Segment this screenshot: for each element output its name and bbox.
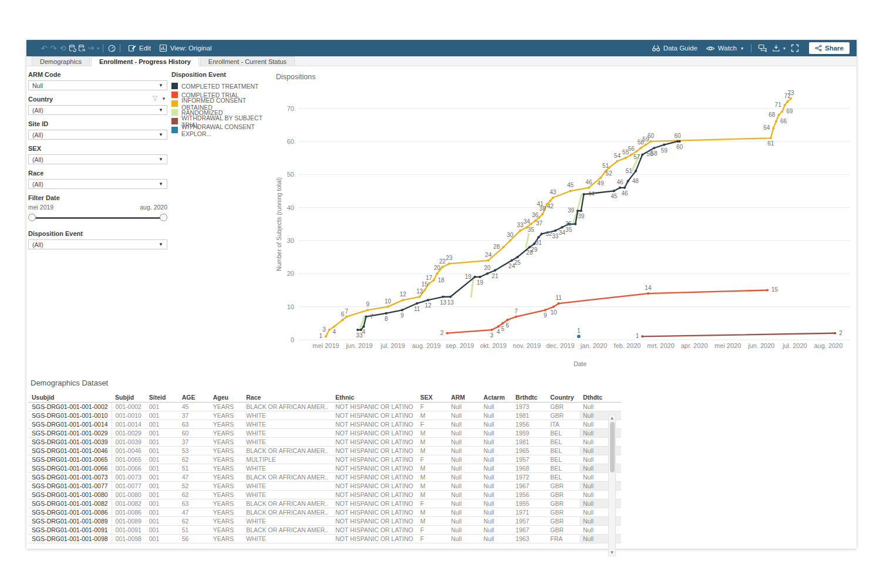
- data-point-mark[interactable]: [433, 279, 435, 281]
- tab-enrollment-current-status[interactable]: Enrollment - Current Status: [200, 56, 295, 66]
- tab-enrollment-progress-history[interactable]: Enrollment - Progress History: [91, 56, 199, 66]
- dispositions-chart[interactable]: Dispositions010203040506070mei 2019jun. …: [273, 66, 857, 380]
- download-icon[interactable]: [771, 43, 781, 53]
- data-point-mark[interactable]: [428, 282, 430, 285]
- watch-button[interactable]: Watch ▾: [702, 40, 747, 56]
- data-point-mark[interactable]: [649, 140, 652, 143]
- data-point-mark[interactable]: [423, 289, 426, 291]
- data-point-mark[interactable]: [577, 334, 581, 338]
- table-row[interactable]: SGS-DRG01-001-001-0014001-001400163YEARS…: [28, 420, 621, 428]
- series-completed-treatment[interactable]: 3347891112131319192021242528293132333435…: [356, 133, 683, 339]
- scroll-down-icon[interactable]: ▼: [609, 549, 615, 556]
- column-header-arm[interactable]: ARM: [447, 393, 480, 402]
- data-point-mark[interactable]: [516, 256, 518, 258]
- filter-arm-code-dropdown[interactable]: Null ▼: [28, 80, 167, 90]
- data-point-mark[interactable]: [402, 299, 404, 301]
- funnel-icon[interactable]: [152, 96, 158, 102]
- data-point-mark[interactable]: [328, 329, 331, 331]
- data-point-mark[interactable]: [557, 302, 560, 305]
- data-point-mark[interactable]: [325, 335, 327, 337]
- data-point-mark[interactable]: [442, 296, 444, 298]
- scrollbar-thumb[interactable]: [610, 422, 615, 472]
- auto-update-caret-icon[interactable]: ▾: [97, 46, 99, 51]
- data-point-mark[interactable]: [588, 187, 590, 189]
- data-point-mark[interactable]: [678, 140, 680, 143]
- data-point-mark[interactable]: [515, 315, 517, 317]
- data-point-mark[interactable]: [766, 289, 769, 291]
- data-point-mark[interactable]: [497, 325, 500, 327]
- data-point-mark[interactable]: [365, 315, 367, 317]
- undo-icon[interactable]: ↶: [39, 43, 49, 53]
- table-row[interactable]: SGS-DRG01-001-001-0066001-006600151YEARS…: [28, 464, 621, 472]
- scroll-up-icon[interactable]: ▲: [609, 415, 615, 421]
- redo-icon[interactable]: ↷: [49, 43, 58, 53]
- table-row[interactable]: SGS-DRG01-001-001-0089001-008900162YEARS…: [28, 516, 621, 525]
- date-range-slider[interactable]: [28, 213, 167, 222]
- data-point-mark[interactable]: [569, 190, 571, 192]
- table-row[interactable]: SGS-DRG01-001-001-0046001-004600153YEARS…: [28, 446, 621, 455]
- legend-item[interactable]: WITHDRAWAL CONSENT EXPLOR...: [171, 126, 276, 134]
- data-point-mark[interactable]: [366, 309, 369, 311]
- data-point-mark[interactable]: [478, 276, 481, 278]
- data-point-mark[interactable]: [441, 266, 443, 268]
- data-point-mark[interactable]: [554, 229, 557, 232]
- column-header-race[interactable]: Race: [242, 393, 332, 402]
- data-point-mark[interactable]: [574, 223, 577, 225]
- data-point-mark[interactable]: [775, 120, 777, 123]
- filter-race-dropdown[interactable]: (All) ▼: [28, 179, 167, 189]
- data-point-mark[interactable]: [616, 160, 618, 163]
- revert-icon[interactable]: ⟲: [58, 43, 68, 53]
- data-point-mark[interactable]: [635, 170, 637, 173]
- tab-demographics[interactable]: Demographics: [32, 56, 90, 66]
- data-point-mark[interactable]: [647, 292, 649, 295]
- table-row[interactable]: SGS-DRG01-001-001-0091001-009100151YEARS…: [28, 525, 621, 534]
- series-completed-trial[interactable]: 234567910111415: [440, 285, 778, 339]
- data-point-mark[interactable]: [608, 167, 610, 169]
- data-point-mark[interactable]: [538, 216, 540, 218]
- legend-item[interactable]: COMPLETED TREATMENT: [171, 82, 276, 90]
- data-point-mark[interactable]: [519, 229, 521, 232]
- download-caret-icon[interactable]: ▾: [783, 46, 786, 51]
- data-point-mark[interactable]: [645, 143, 647, 146]
- data-point-mark[interactable]: [625, 157, 627, 159]
- series-withdrawal-by-subject-trial[interactable]: 12: [636, 330, 843, 340]
- column-header-ageu[interactable]: Ageu: [210, 393, 243, 402]
- data-point-mark[interactable]: [624, 187, 626, 189]
- column-header-siteid[interactable]: Siteid: [146, 393, 178, 402]
- data-point-mark[interactable]: [635, 150, 638, 153]
- edit-button[interactable]: Edit: [124, 40, 155, 56]
- column-header-dthdtc[interactable]: Dthdtc: [579, 393, 621, 402]
- data-point-mark[interactable]: [474, 276, 476, 278]
- data-point-mark[interactable]: [544, 309, 547, 311]
- data-point-mark[interactable]: [781, 110, 783, 113]
- slider-handle-start[interactable]: [28, 214, 36, 221]
- table-row[interactable]: SGS-DRG01-001-001-0073001-007300147YEARS…: [28, 472, 621, 481]
- table-row[interactable]: SGS-DRG01-001-001-0065001-006500162YEARS…: [28, 455, 621, 464]
- data-point-mark[interactable]: [416, 302, 418, 305]
- table-row[interactable]: SGS-DRG01-001-001-0077001-007700152YEARS…: [28, 481, 621, 490]
- table-row[interactable]: SGS-DRG01-001-001-0086001-008600147YEARS…: [28, 508, 621, 516]
- view-original-button[interactable]: View: Original: [155, 40, 216, 56]
- data-point-mark[interactable]: [541, 213, 544, 215]
- data-point-mark[interactable]: [561, 226, 563, 228]
- data-point-mark[interactable]: [639, 147, 642, 149]
- data-point-mark[interactable]: [446, 332, 448, 334]
- data-point-mark[interactable]: [777, 114, 780, 116]
- data-point-mark[interactable]: [345, 315, 348, 317]
- data-point-mark[interactable]: [619, 187, 621, 189]
- data-point-mark[interactable]: [401, 309, 403, 311]
- data-point-mark[interactable]: [641, 153, 643, 156]
- data-point-mark[interactable]: [582, 193, 585, 195]
- table-scrollbar[interactable]: ▲ ▼: [608, 414, 616, 556]
- data-point-mark[interactable]: [341, 319, 343, 321]
- column-header-usubjid[interactable]: Usubjid: [28, 393, 112, 402]
- data-point-mark[interactable]: [436, 272, 438, 275]
- data-point-mark[interactable]: [790, 97, 792, 100]
- fullscreen-icon[interactable]: [790, 43, 800, 53]
- data-point-mark[interactable]: [627, 180, 629, 182]
- refresh-data-icon[interactable]: [68, 43, 77, 53]
- data-point-mark[interactable]: [552, 306, 555, 308]
- data-point-mark[interactable]: [448, 262, 450, 265]
- data-point-mark[interactable]: [784, 104, 786, 106]
- column-header-ethnic[interactable]: Ethnic: [332, 393, 416, 402]
